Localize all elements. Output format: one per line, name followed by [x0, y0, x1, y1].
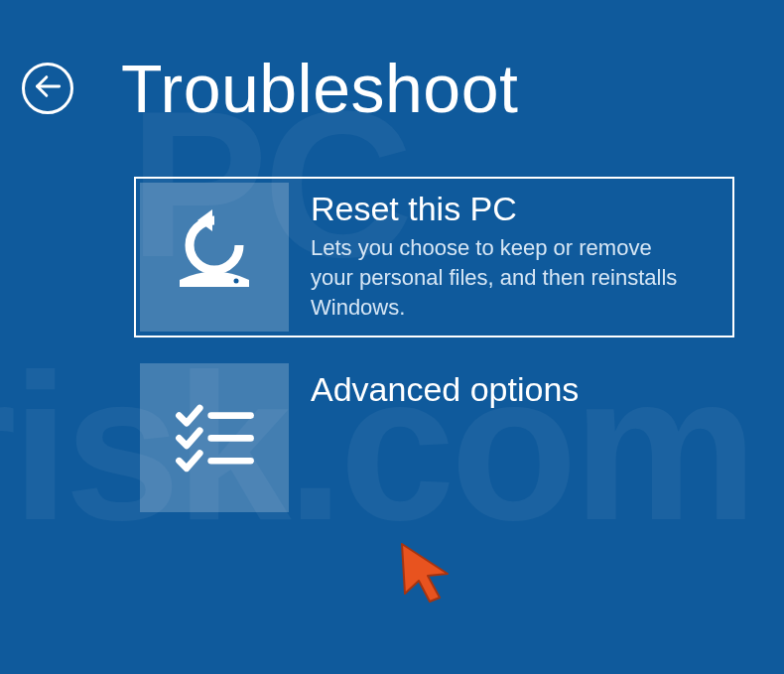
options-list: Reset this PC Lets you choose to keep or…: [134, 177, 784, 518]
annotation-cursor-icon: [392, 536, 459, 607]
svg-point-2: [234, 279, 239, 284]
back-arrow-icon: [34, 72, 62, 104]
advanced-options-icon: [168, 389, 262, 487]
reset-pc-icon: [165, 205, 264, 309]
option-title: Advanced options: [311, 371, 579, 408]
option-reset-this-pc[interactable]: Reset this PC Lets you choose to keep or…: [134, 177, 734, 337]
option-text: Advanced options: [289, 363, 588, 512]
option-tile: [140, 363, 289, 512]
option-tile: [140, 183, 289, 332]
header: Troubleshoot: [0, 0, 784, 127]
option-title: Reset this PC: [311, 191, 696, 227]
back-button[interactable]: [22, 63, 73, 114]
option-description: Lets you choose to keep or remove your p…: [311, 233, 696, 322]
option-advanced-options[interactable]: Advanced options: [134, 357, 734, 518]
page-title: Troubleshoot: [121, 50, 518, 127]
option-text: Reset this PC Lets you choose to keep or…: [289, 183, 706, 332]
